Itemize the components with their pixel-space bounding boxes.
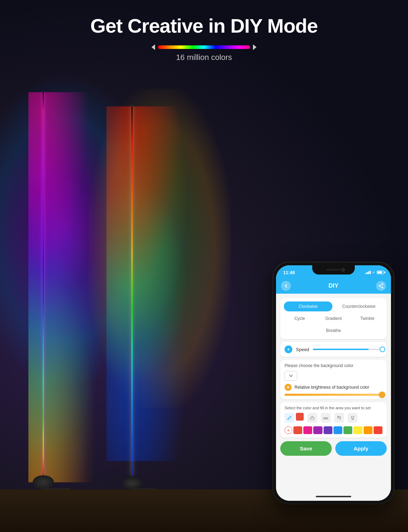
pencil-tool-button[interactable] — [285, 413, 294, 423]
subtitle: 16 million colors — [0, 53, 408, 62]
notch-speaker — [326, 269, 341, 271]
mode-row-direction: Clockwise Counterclockwise — [284, 301, 383, 311]
palette-color-violet[interactable] — [324, 426, 332, 434]
speed-section: Speed — [280, 342, 387, 357]
brightness-label: Relative brightness of background color — [294, 385, 369, 390]
bg-color-label: Please choose the background color — [285, 363, 382, 368]
signal-bar-1 — [365, 273, 366, 274]
pencil-icon — [287, 415, 292, 420]
eraser-icon — [310, 415, 315, 420]
palette-color-red2[interactable] — [374, 426, 382, 434]
wave-tool-button[interactable] — [321, 413, 331, 423]
mode-counterclockwise-button[interactable]: Counterclockwise — [335, 301, 383, 311]
bg-glow-right — [89, 89, 231, 408]
brightness-slider-thumb — [379, 392, 385, 398]
speed-slider[interactable] — [313, 349, 382, 350]
share-icon — [379, 283, 384, 288]
lamp-right-rod — [132, 106, 133, 475]
signal-bar-4 — [370, 271, 371, 274]
brightness-icon — [285, 384, 292, 391]
back-button[interactable] — [281, 281, 291, 291]
color-dropdown[interactable] — [285, 371, 297, 381]
color-swatch-button[interactable] — [296, 413, 304, 421]
brightness-slider[interactable] — [285, 394, 382, 396]
draw-tool-group — [285, 413, 304, 423]
speed-slider-thumb — [380, 347, 385, 352]
background-color-section: Please choose the background color — [280, 360, 387, 399]
chevron-left-icon — [284, 284, 288, 288]
phone-notch — [312, 265, 355, 275]
chevron-down-icon — [289, 375, 293, 377]
mode-row-breathe: Breathe — [284, 326, 383, 336]
bucket-icon — [350, 415, 355, 420]
status-time: 11:48 — [283, 270, 295, 275]
palette-color-green[interactable] — [343, 426, 352, 434]
svg-line-4 — [380, 286, 382, 288]
signal-bar-3 — [368, 271, 369, 274]
triangle-right-icon — [253, 44, 257, 50]
nav-title: DIY — [329, 282, 338, 289]
lamp-right — [131, 106, 133, 489]
mode-clockwise-button[interactable]: Clockwise — [284, 301, 332, 311]
triangle-left-icon — [151, 44, 155, 50]
svg-rect-10 — [310, 417, 314, 420]
eraser-tool-button[interactable] — [307, 413, 317, 423]
fill-label: Select the color and fill in the area yo… — [285, 406, 382, 410]
undo-tool-button[interactable] — [334, 413, 344, 423]
signal-bar-2 — [367, 272, 368, 274]
wifi-icon: ≈ — [372, 270, 375, 275]
phone-mockup: 11:48 ≈ — [273, 262, 394, 504]
action-buttons: Save Apply — [280, 441, 387, 456]
add-color-button[interactable]: + — [285, 426, 292, 434]
lamp-left — [43, 92, 44, 489]
notch-camera — [341, 268, 345, 272]
phone-outer: 11:48 ≈ — [273, 262, 394, 504]
mode-gradient-button[interactable]: Gradient — [318, 314, 349, 323]
mode-breathe-button[interactable]: Breathe — [315, 326, 352, 336]
page-title: Get Creative in DIY Mode — [0, 14, 408, 37]
lamp-left-rod — [43, 92, 44, 475]
speed-icon — [285, 345, 292, 353]
palette-color-pink[interactable] — [303, 426, 312, 434]
nav-bar: DIY — [276, 278, 391, 294]
scene: Get Creative in DIY Mode 16 million colo… — [0, 0, 408, 532]
phone-screen: 11:48 ≈ — [276, 265, 391, 501]
color-palette: + — [285, 426, 382, 434]
apply-button[interactable]: Apply — [335, 441, 387, 456]
lamp-right-glow — [106, 106, 231, 461]
bucket-tool-button[interactable] — [348, 413, 358, 423]
share-button[interactable] — [376, 281, 386, 291]
lamp-left-base — [33, 475, 54, 489]
sun-icon — [286, 386, 290, 389]
signal-bars-icon — [365, 271, 371, 274]
speed-slider-fill — [313, 349, 369, 350]
speed-label: Speed — [296, 347, 309, 352]
fill-section: Select the color and fill in the area yo… — [280, 402, 387, 438]
mode-cycle-button[interactable]: Cycle — [284, 314, 315, 323]
palette-color-purple[interactable] — [313, 426, 322, 434]
mode-twinkle-button[interactable]: Twinkle — [352, 314, 383, 323]
mode-row-effects: Cycle Gradient Twinkle — [284, 314, 383, 323]
app-content: Clockwise Counterclockwise Cycle Gradien… — [276, 294, 391, 501]
bg-glow-left — [0, 71, 160, 390]
battery-icon — [377, 271, 384, 274]
mode-selector: Clockwise Counterclockwise Cycle Gradien… — [280, 298, 387, 339]
wave-icon — [323, 415, 328, 420]
svg-point-5 — [287, 387, 289, 388]
palette-color-blue[interactable] — [333, 426, 342, 434]
undo-icon — [337, 415, 342, 420]
palette-color-red[interactable] — [293, 426, 302, 434]
lightning-icon — [286, 347, 291, 351]
brightness-row: Relative brightness of background color — [285, 384, 382, 391]
svg-line-3 — [380, 284, 382, 286]
rainbow-color-bar — [158, 45, 250, 49]
color-bar-container — [0, 44, 408, 50]
lamp-right-base — [122, 477, 142, 489]
palette-color-orange[interactable] — [364, 426, 373, 434]
save-button[interactable]: Save — [280, 441, 332, 456]
fill-tools — [285, 413, 382, 423]
status-icons: ≈ — [365, 270, 384, 275]
header: Get Creative in DIY Mode 16 million colo… — [0, 14, 408, 62]
palette-color-yellow[interactable] — [353, 426, 362, 434]
battery-fill — [377, 271, 382, 273]
